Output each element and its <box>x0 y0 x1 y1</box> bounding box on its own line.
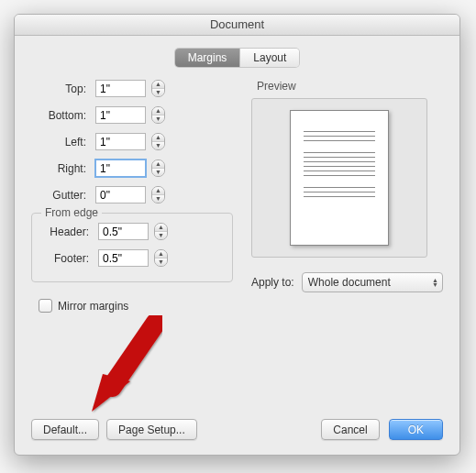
chevron-up-icon[interactable]: ▲ <box>152 187 164 195</box>
apply-to-select[interactable]: Whole document ▲▼ <box>302 272 443 292</box>
bottom-stepper[interactable]: ▲ ▼ <box>151 106 165 124</box>
chevron-up-icon[interactable]: ▲ <box>155 224 167 232</box>
ok-button[interactable]: OK <box>389 419 443 440</box>
apply-to-label: Apply to: <box>251 276 294 289</box>
window-title: Document <box>15 15 459 36</box>
chevron-up-icon[interactable]: ▲ <box>152 81 164 89</box>
bottom-label: Bottom: <box>31 109 95 122</box>
top-label: Top: <box>31 82 95 95</box>
preview-label: Preview <box>251 80 443 93</box>
mirror-margins-checkbox[interactable] <box>39 299 52 313</box>
cancel-button[interactable]: Cancel <box>321 419 379 440</box>
chevron-up-icon[interactable]: ▲ <box>152 160 164 169</box>
annotation-arrow <box>92 315 174 416</box>
default-button[interactable]: Default... <box>31 419 99 440</box>
top-input[interactable] <box>95 80 146 97</box>
chevron-down-icon[interactable]: ▼ <box>155 232 167 239</box>
footer-input[interactable] <box>98 249 149 267</box>
updown-icon: ▲▼ <box>432 278 438 287</box>
tab-margins[interactable]: Margins <box>175 49 241 67</box>
document-dialog: Document Margins Layout Top: ▲ ▼ Bot <box>14 14 460 456</box>
chevron-down-icon[interactable]: ▼ <box>152 169 164 176</box>
footer-label: Footer: <box>41 252 98 265</box>
gutter-stepper[interactable]: ▲ ▼ <box>151 186 165 204</box>
chevron-down-icon[interactable]: ▼ <box>152 116 164 123</box>
left-stepper[interactable]: ▲ ▼ <box>151 133 165 150</box>
svg-marker-0 <box>92 374 130 412</box>
dialog-content: Margins Layout Top: ▲ ▼ Bottom: <box>15 36 459 325</box>
left-input[interactable] <box>95 133 146 150</box>
top-stepper[interactable]: ▲ ▼ <box>151 80 165 97</box>
left-label: Left: <box>31 136 95 148</box>
tab-bar: Margins Layout <box>31 49 443 67</box>
right-label: Right: <box>31 162 95 175</box>
mirror-margins-label: Mirror margins <box>58 300 128 313</box>
chevron-up-icon[interactable]: ▲ <box>155 250 167 258</box>
page-setup-button[interactable]: Page Setup... <box>106 419 197 440</box>
bottom-input[interactable] <box>95 106 146 124</box>
preview-box <box>251 98 427 258</box>
page-preview <box>290 110 389 246</box>
chevron-down-icon[interactable]: ▼ <box>152 142 164 149</box>
from-edge-legend: From edge <box>41 206 102 219</box>
chevron-down-icon[interactable]: ▼ <box>152 89 164 96</box>
chevron-down-icon[interactable]: ▼ <box>155 258 167 266</box>
apply-to-value: Whole document <box>308 276 391 289</box>
header-input[interactable] <box>98 223 149 240</box>
footer-stepper[interactable]: ▲ ▼ <box>154 249 168 267</box>
chevron-up-icon[interactable]: ▲ <box>152 107 164 116</box>
chevron-up-icon[interactable]: ▲ <box>152 134 164 142</box>
right-input[interactable] <box>95 160 146 177</box>
gutter-label: Gutter: <box>31 189 95 202</box>
chevron-down-icon[interactable]: ▼ <box>152 195 164 203</box>
gutter-input[interactable] <box>95 186 146 204</box>
right-stepper[interactable]: ▲ ▼ <box>151 160 165 177</box>
header-stepper[interactable]: ▲ ▼ <box>154 223 168 240</box>
from-edge-group: From edge Header: ▲ ▼ Footer: ▲ <box>31 213 233 282</box>
header-label: Header: <box>41 226 98 238</box>
tab-layout[interactable]: Layout <box>240 49 299 67</box>
